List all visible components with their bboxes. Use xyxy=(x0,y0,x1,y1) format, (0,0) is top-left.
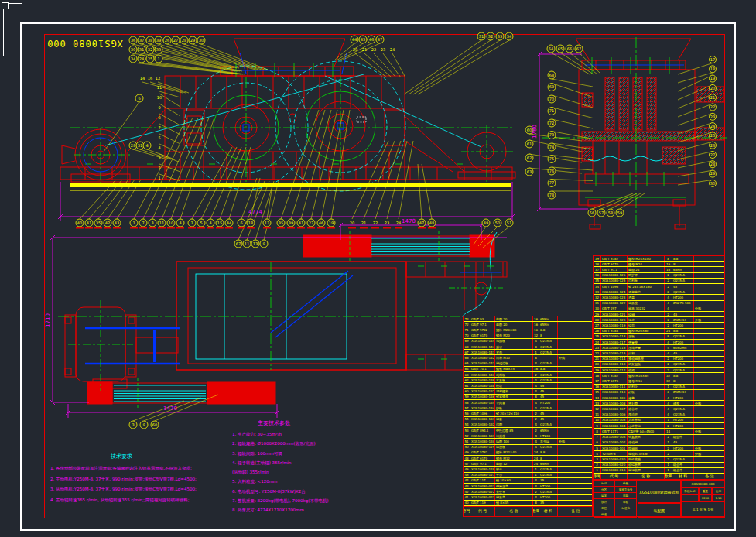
bom-cell: 45 xyxy=(539,389,558,394)
bom-cell: 11 xyxy=(594,412,601,417)
bom-cell: 45 xyxy=(672,284,694,289)
balloon-base-tick xyxy=(297,227,305,229)
bom-cell: 43 xyxy=(464,484,470,488)
leader-line xyxy=(418,40,509,94)
bom-cell: 辊轴 xyxy=(628,312,665,316)
leader-line xyxy=(551,53,590,74)
bom-row: 60XGS10080-137调整螺杆445 xyxy=(464,389,592,395)
bom-cell: GB/T 117 xyxy=(470,478,495,483)
bom-cell: 15 xyxy=(594,390,601,395)
bom-row: 49GB/T 5782螺栓 M12×40248.8 xyxy=(464,450,592,456)
bom-cell: 2 xyxy=(594,463,601,467)
bom-cell: GB/T 6170 xyxy=(601,378,628,383)
balloon-number: 41 xyxy=(87,221,91,225)
leader-line xyxy=(201,147,237,219)
bom-cell: 防护罩 xyxy=(628,273,665,278)
bom-cell xyxy=(694,340,725,344)
bom-cell xyxy=(558,450,594,455)
bom-cell: XGS10080-119 xyxy=(601,323,628,327)
balloon-number: 5 xyxy=(158,135,160,140)
title-block-sheet-count: 共 1 张 第 1 张 xyxy=(681,501,725,518)
bom-cell xyxy=(694,334,725,339)
bom-cell: 4 xyxy=(665,301,672,306)
bom-row: 39GB/T 5782螺栓 M24×10088.8 xyxy=(594,256,724,262)
balloon-number: 16 xyxy=(148,76,152,80)
bom-cell: 2 xyxy=(533,405,539,410)
bom-cell: 挡圈 xyxy=(495,422,533,427)
bom-cell: XGS10080-142 xyxy=(470,355,495,360)
balloon-number: 51 xyxy=(507,221,511,225)
leader-line xyxy=(147,149,175,159)
bom-cell: 18 xyxy=(594,373,601,378)
title-block: XGS10080对辊破碎机 装配图 XGS10080-000 阶段标记 重量 比… xyxy=(593,480,724,517)
bom-cell: XGS10080-101 xyxy=(601,446,628,450)
bom-row: 44GB/T 117销 10×60435 xyxy=(464,478,592,484)
bom-row: 13XGS10080-108密封圈4橡胶外购 xyxy=(594,401,724,406)
bom-cell: 压缩弹簧 xyxy=(628,345,665,350)
balloon-number: 47 xyxy=(419,221,424,225)
bom-cell: GB/T 6170 xyxy=(601,262,628,266)
bom-cell: 毡圈 100 xyxy=(495,439,533,443)
bom-cell: 60Si2Mn xyxy=(672,345,694,350)
bom-row: 62XGS10080-139支承板2Q235-A xyxy=(464,378,592,383)
bom-cell: 31 xyxy=(594,301,601,306)
bom-cell: 滑动轴承座 xyxy=(628,357,665,361)
bom-cell: 螺栓 M12×40 xyxy=(495,450,533,455)
balloon-number: 26 xyxy=(710,143,715,148)
balloon-number: 65 xyxy=(558,46,563,51)
bom-cell: 45 xyxy=(539,417,558,422)
bom-cell: 8 xyxy=(672,378,694,383)
bom-row: 15XGS10080-110衬板6ZGMn13 xyxy=(594,390,724,395)
bom-cell: 47 xyxy=(464,461,470,466)
bom-row: 43XGS10080-023弹簧压盖4HT200 xyxy=(464,484,592,489)
bom-cell: 7 xyxy=(594,435,601,440)
leader-line xyxy=(229,147,251,219)
bom-cell: Q235-A xyxy=(539,361,558,366)
bom-cell xyxy=(694,412,725,417)
bom-cell: 调整螺杆 xyxy=(495,389,533,394)
front-blue-lines xyxy=(84,53,347,172)
bom-cell xyxy=(694,378,725,383)
leader-line xyxy=(422,164,432,219)
leader-line xyxy=(601,193,637,209)
bom-cell: 护板 xyxy=(495,405,533,410)
bom-header-row: 序号代 号名 称数量材 料备 注 xyxy=(594,474,724,479)
leader-line xyxy=(552,167,593,170)
text-line: 2. 辊轮规格: Ø1000X2000mm(齿形/光面) xyxy=(232,439,418,448)
bom-cell: GB/T 1096 xyxy=(470,411,495,416)
bom-cell xyxy=(672,451,694,456)
bom-row: 14XGS10080-109端盖4HT200 xyxy=(594,395,724,401)
bom-cell: 安全罩 xyxy=(495,489,533,494)
text-line: 8. 外形尺寸: 4774X1710X1700mm xyxy=(232,505,418,515)
balloon-number: 1 xyxy=(158,176,160,180)
bom-row: 27XGS10080-119辊芯2HT200 xyxy=(594,323,724,328)
bom-row: 21XGS10080-114滑动轴承座2HT200 xyxy=(594,357,724,362)
bom-cell xyxy=(558,417,594,422)
bom-cell: 名 称 xyxy=(628,474,665,479)
bom-cell: XGS10080-022 xyxy=(470,489,495,494)
bom-cell: HT200 xyxy=(672,395,694,400)
bom-row: 57XGS10080-134护板2Q235-A xyxy=(464,405,592,411)
text-line: 3. 从动电机:Y250M-8, 37千瓦, 990 r/min;皮带:传动C型… xyxy=(50,484,240,495)
bom-cell: 32 xyxy=(533,333,539,338)
bom-cell: 组合件 xyxy=(672,463,694,467)
bom-row: 37GB/T 97.1垫圈 241665Mn xyxy=(594,267,724,272)
bom-cell: GB/T 894.1 xyxy=(470,428,495,433)
bom-cell: XGS10080-127 xyxy=(470,473,495,477)
bom-cell xyxy=(694,284,725,289)
bom-cell: 36 xyxy=(594,273,601,278)
balloon-number: 21 xyxy=(362,47,367,52)
bom-cell: XGS10080-103 xyxy=(601,435,628,440)
bom-cell: 连接板 xyxy=(495,445,533,450)
balloon-number: 59 xyxy=(617,210,622,215)
balloon-number: 27 xyxy=(710,152,715,157)
balloon-number: 29 xyxy=(190,38,195,43)
bom-cell: 2 xyxy=(665,451,672,456)
balloon-number: 22 xyxy=(373,221,378,225)
bom-cell: 螺母 M20 xyxy=(495,333,533,338)
bom-cell: 28 xyxy=(594,317,601,322)
bom-cell: Q235-A xyxy=(672,289,694,294)
bom-cell: HT200 xyxy=(672,423,694,428)
leader-line xyxy=(552,119,593,128)
bom-row: 61XGS10080-138楔块445 xyxy=(464,383,592,388)
